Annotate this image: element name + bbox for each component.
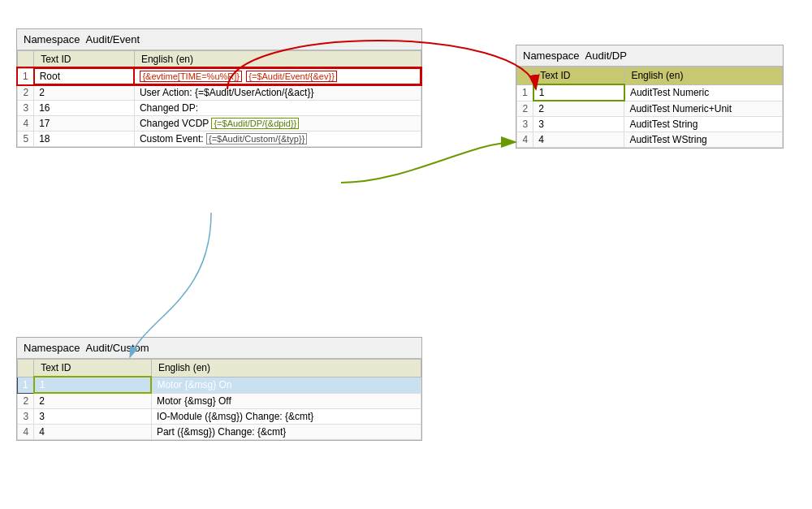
dp-table: Namespace Audit/DP Text ID English (en) … <box>516 45 784 149</box>
namespace-label: Namespace <box>523 50 579 62</box>
row-textid: 2 <box>34 393 152 409</box>
row-textid: 2 <box>34 84 135 101</box>
row-textid: 4 <box>34 425 152 440</box>
table-row[interactable]: 1 1 AuditTest Numeric <box>517 84 783 101</box>
dp-data-table: Text ID English (en) 1 1 AuditTest Numer… <box>516 67 783 148</box>
custom-col-en: English (en) <box>151 360 421 377</box>
dp-col-en: English (en) <box>624 67 783 85</box>
row-textid: 3 <box>533 117 624 132</box>
table-row[interactable]: 2 2 AuditTest Numeric+Unit <box>517 101 783 117</box>
table-row[interactable]: 4 4 AuditTest WString <box>517 132 783 148</box>
event-table-header: Namespace Audit/Event <box>17 29 421 50</box>
dp-col-num <box>517 67 533 85</box>
row-num: 1 <box>18 68 34 84</box>
dp-col-textid: Text ID <box>533 67 624 85</box>
namespace-label: Namespace <box>24 342 80 354</box>
namespace-value: Audit/DP <box>585 50 627 62</box>
row-num: 3 <box>517 117 533 132</box>
row-num: 5 <box>18 132 34 147</box>
row-textid: 1 <box>533 84 624 101</box>
row-textid: 2 <box>533 101 624 117</box>
table-row[interactable]: 2 2 User Action: {=$Audit/UserAction/{&a… <box>18 84 421 101</box>
row-textid: Root <box>34 68 135 84</box>
event-table: Namespace Audit/Event Text ID English (e… <box>16 28 422 148</box>
row-textid: 3 <box>34 409 152 425</box>
row-textid: 16 <box>34 101 135 116</box>
row-en: AuditTest Numeric <box>624 84 783 101</box>
custom-col-textid: Text ID <box>34 360 152 377</box>
namespace-value: Audit/Event <box>86 33 140 45</box>
row-textid: 1 <box>34 377 152 393</box>
row-en: Part ({&msg}) Change: {&cmt} <box>151 425 421 440</box>
event-col-textid: Text ID <box>34 51 135 69</box>
table-row[interactable]: 2 2 Motor {&msg} Off <box>18 393 421 409</box>
dp-table-header: Namespace Audit/DP <box>516 45 783 67</box>
row-en: Motor {&msg} On <box>151 377 421 393</box>
table-row[interactable]: 4 17 Changed VCDP {=$Audit/DP/{&dpid}} <box>18 116 421 132</box>
event-col-en: English (en) <box>134 51 421 69</box>
row-en: IO-Module ({&msg}) Change: {&cmt} <box>151 409 421 425</box>
row-num: 2 <box>18 393 34 409</box>
row-num: 1 <box>18 377 34 393</box>
row-num: 2 <box>517 101 533 117</box>
namespace-value: Audit/Custom <box>86 342 149 354</box>
custom-col-num <box>18 360 34 377</box>
row-en: AuditTest String <box>624 117 783 132</box>
table-row[interactable]: 1 Root {&evtime[TIME=%u%R]} {=$Audit/Eve… <box>18 68 421 84</box>
row-en: AuditTest Numeric+Unit <box>624 101 783 117</box>
table-row[interactable]: 3 16 Changed DP: <box>18 101 421 116</box>
row-num: 3 <box>18 101 34 116</box>
event-col-num <box>18 51 34 69</box>
table-row[interactable]: 5 18 Custom Event: {=$Audit/Custom/{&typ… <box>18 132 421 147</box>
row-en: Motor {&msg} Off <box>151 393 421 409</box>
table-row[interactable]: 1 1 Motor {&msg} On <box>18 377 421 393</box>
namespace-label: Namespace <box>24 33 80 45</box>
row-en: Custom Event: {=$Audit/Custom/{&typ}} <box>134 132 421 147</box>
event-data-table: Text ID English (en) 1 Root {&evtime[TIM… <box>17 50 421 147</box>
row-num: 4 <box>18 425 34 440</box>
row-num: 4 <box>18 116 34 132</box>
custom-table-header: Namespace Audit/Custom <box>17 338 421 359</box>
row-textid: 4 <box>533 132 624 148</box>
table-row[interactable]: 3 3 AuditTest String <box>517 117 783 132</box>
table-row[interactable]: 4 4 Part ({&msg}) Change: {&cmt} <box>18 425 421 440</box>
row-en: AuditTest WString <box>624 132 783 148</box>
custom-data-table: Text ID English (en) 1 1 Motor {&msg} On… <box>17 359 421 440</box>
row-textid: 18 <box>34 132 135 147</box>
row-num: 3 <box>18 409 34 425</box>
row-en: Changed VCDP {=$Audit/DP/{&dpid}} <box>134 116 421 132</box>
row-textid: 17 <box>34 116 135 132</box>
custom-table: Namespace Audit/Custom Text ID English (… <box>16 337 422 441</box>
row-num: 4 <box>517 132 533 148</box>
row-num: 1 <box>517 84 533 101</box>
table-row[interactable]: 3 3 IO-Module ({&msg}) Change: {&cmt} <box>18 409 421 425</box>
row-en: {&evtime[TIME=%u%R]} {=$Audit/Event/{&ev… <box>134 68 421 84</box>
row-en: Changed DP: <box>134 101 421 116</box>
row-en: User Action: {=$Audit/UserAction/{&act}} <box>134 84 421 101</box>
row-num: 2 <box>18 84 34 101</box>
